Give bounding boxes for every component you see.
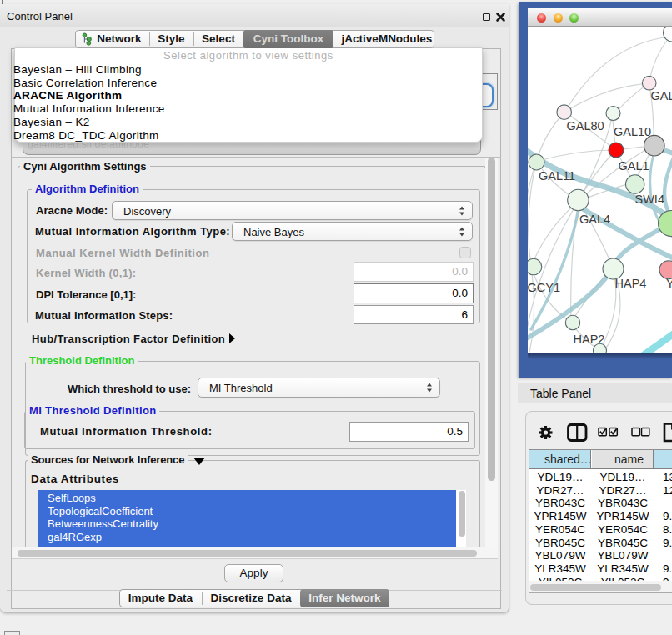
svg-text:GCY1: GCY1 (528, 281, 560, 294)
svg-text:GAL80: GAL80 (567, 119, 604, 132)
svg-text:GAL: GAL (651, 89, 672, 102)
svg-text:GAL10: GAL10 (614, 125, 651, 138)
svg-text:GAL1: GAL1 (619, 159, 649, 172)
svg-text:Y: Y (666, 277, 672, 290)
svg-text:HAP2: HAP2 (574, 332, 605, 346)
svg-text:GAL11: GAL11 (539, 169, 575, 182)
svg-text:GAL4: GAL4 (579, 212, 610, 226)
svg-text:HAP4: HAP4 (615, 277, 647, 290)
svg-text:SWI4: SWI4 (635, 192, 664, 206)
